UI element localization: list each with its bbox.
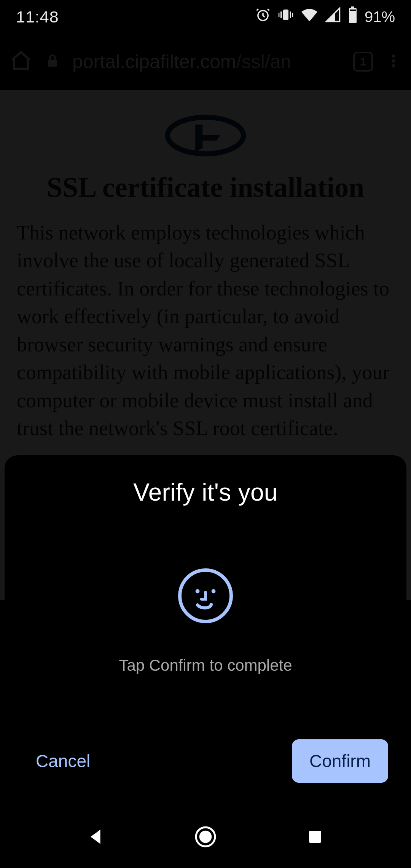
svg-point-19 — [196, 589, 200, 594]
svg-point-22 — [199, 831, 212, 843]
svg-rect-2 — [280, 11, 282, 18]
home-button[interactable] — [192, 823, 219, 850]
face-unlock-icon — [23, 567, 388, 624]
cell-signal-icon — [325, 7, 341, 27]
svg-rect-4 — [279, 13, 280, 17]
status-icons: 91% — [255, 6, 395, 27]
svg-rect-3 — [290, 11, 291, 18]
navigation-bar — [0, 806, 411, 868]
battery-icon — [348, 6, 358, 27]
clock: 11:48 — [16, 8, 59, 26]
svg-rect-5 — [292, 13, 293, 17]
recents-button[interactable] — [301, 823, 329, 850]
svg-rect-23 — [309, 831, 321, 843]
dialog-actions: Cancel Confirm — [23, 739, 388, 783]
cancel-button[interactable]: Cancel — [23, 742, 103, 780]
alarm-icon — [255, 7, 271, 27]
vibrate-icon — [278, 7, 294, 27]
confirm-button[interactable]: Confirm — [292, 739, 388, 783]
svg-rect-6 — [351, 6, 354, 8]
verify-dialog: Verify it's you Tap Confirm to complete … — [5, 455, 406, 801]
svg-rect-8 — [350, 10, 356, 11]
svg-point-20 — [212, 589, 216, 594]
status-bar: 11:48 91% — [0, 0, 411, 34]
dialog-hint: Tap Confirm to complete — [23, 656, 388, 675]
wifi-icon — [301, 6, 318, 27]
back-button[interactable] — [82, 823, 110, 850]
dialog-title: Verify it's you — [23, 478, 388, 506]
svg-rect-1 — [283, 10, 288, 20]
battery-percentage: 91% — [365, 8, 395, 26]
